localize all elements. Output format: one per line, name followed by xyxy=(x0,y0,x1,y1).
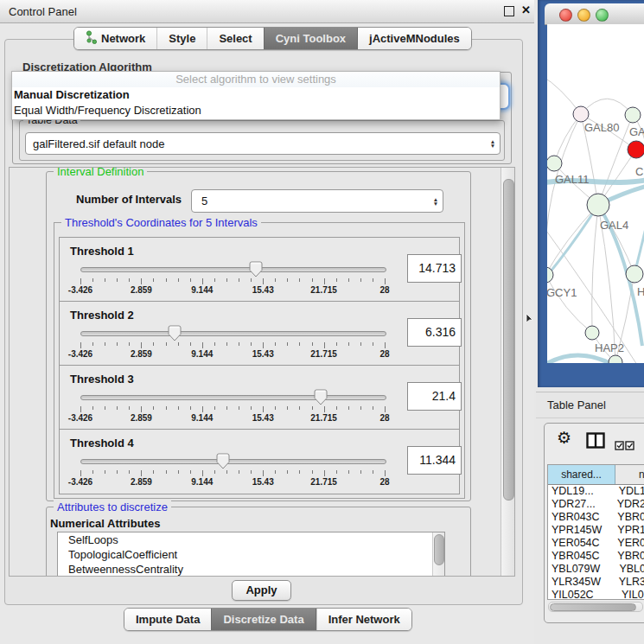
select-columns-icon[interactable] xyxy=(615,441,634,450)
gear-icon[interactable]: ⚙ xyxy=(557,430,571,446)
zoom-traffic-light-icon[interactable] xyxy=(596,9,609,22)
column-layout-icon[interactable] xyxy=(586,432,605,452)
algorithm-option[interactable]: Manual Discretization xyxy=(12,87,500,103)
threshold-row: Threshold 4-3.4262.8599.14415.4321.71528… xyxy=(59,429,460,494)
slider-tick xyxy=(141,470,142,476)
attribute-list-item[interactable]: SelfLoops xyxy=(58,532,444,547)
table-cell-name: YLR3 xyxy=(615,576,644,589)
numerical-attributes-list[interactable]: SelfLoopsTopologicalCoefficientBetweenne… xyxy=(57,532,445,577)
threshold-value-input[interactable]: 11.344 xyxy=(407,446,462,475)
threshold-value-input[interactable]: 6.316 xyxy=(407,318,462,347)
slider-tick xyxy=(385,470,386,476)
network-node[interactable] xyxy=(585,326,599,340)
tab-infer-network[interactable]: Infer Network xyxy=(316,609,411,630)
network-node[interactable] xyxy=(573,106,589,122)
table-row[interactable]: YIL052CYIL0 xyxy=(548,589,644,600)
settings-scrollbar[interactable] xyxy=(501,168,514,576)
network-node[interactable] xyxy=(625,107,641,123)
slider-tick xyxy=(287,406,288,410)
table-row[interactable]: YER054CYER0 xyxy=(548,537,644,550)
interval-definition-title: Interval Definition xyxy=(54,167,147,178)
tab-discretize-data[interactable]: Discretize Data xyxy=(211,609,316,630)
network-node[interactable] xyxy=(609,355,622,363)
table-row[interactable]: YDL19...YDL1 xyxy=(548,485,644,498)
algorithm-option[interactable]: Equal Width/Frequency Discretization xyxy=(12,103,500,118)
threshold-label: Threshold 3 xyxy=(70,373,134,386)
tab-select[interactable]: Select xyxy=(207,28,263,49)
attributes-group-title: Attributes to discretize xyxy=(54,501,171,513)
slider-tick xyxy=(153,342,154,346)
network-node[interactable] xyxy=(626,265,643,283)
table-row[interactable]: YBR045CYBR0 xyxy=(548,550,644,563)
table-row[interactable]: YPR145WYPR1 xyxy=(548,524,644,537)
table-panel-header: Table Panel xyxy=(536,392,644,418)
slider-thumb[interactable] xyxy=(314,389,328,405)
attributes-scrollbar-thumb[interactable] xyxy=(434,534,444,565)
apply-button[interactable]: Apply xyxy=(232,580,291,601)
slider-tick xyxy=(324,278,325,284)
slider-tick-label: 15.43 xyxy=(252,477,274,487)
attributes-group: Attributes to discretize Numerical Attri… xyxy=(46,507,471,577)
table-row[interactable]: YBL079WYBL0 xyxy=(548,563,644,576)
attributes-scrollbar[interactable] xyxy=(432,532,444,577)
float-window-icon[interactable] xyxy=(504,6,514,16)
slider-tick-label: 28 xyxy=(379,477,389,487)
slider-tick-label: 21.715 xyxy=(310,285,337,295)
slider-tick xyxy=(239,278,239,282)
table-row[interactable]: YLR345WYLR3 xyxy=(548,576,644,589)
column-header-shared-name[interactable]: shared... xyxy=(548,465,615,484)
tab-style[interactable]: Style xyxy=(156,28,207,49)
slider-tick-label: 15.43 xyxy=(252,413,274,423)
threshold-value-input[interactable]: 14.713 xyxy=(407,254,462,283)
slider-thumb[interactable] xyxy=(216,453,230,469)
slider-thumb[interactable] xyxy=(249,261,263,277)
slider-track[interactable] xyxy=(80,267,386,272)
slider-tick xyxy=(190,278,191,282)
slider-tick xyxy=(360,470,361,474)
number-of-intervals-combobox[interactable]: 5 ▲▼ xyxy=(191,189,443,213)
combobox-stepper-icon[interactable]: ▲▼ xyxy=(486,139,500,148)
table-cell-name: YDR2 xyxy=(614,498,644,511)
table-panel-title: Table Panel xyxy=(547,399,606,411)
tab-impute-data[interactable]: Impute Data xyxy=(124,609,211,630)
slider-track[interactable] xyxy=(80,459,386,464)
attribute-list-item[interactable]: BetweennessCentrality xyxy=(58,562,444,577)
table-hscrollbar-thumb[interactable] xyxy=(550,603,636,611)
network-node[interactable] xyxy=(547,156,562,171)
tab-label: jActiveMNodules xyxy=(369,32,460,45)
close-traffic-light-icon[interactable] xyxy=(559,9,572,22)
table-row[interactable]: YDR27...YDR2 xyxy=(548,498,644,511)
slider-tick xyxy=(80,470,81,476)
slider-tick xyxy=(239,406,239,410)
settings-scrollbar-thumb[interactable] xyxy=(503,179,514,501)
minimize-traffic-light-icon[interactable] xyxy=(577,9,590,22)
tab-jactivemnodules[interactable]: jActiveMNodules xyxy=(358,28,471,49)
column-header-name[interactable]: n xyxy=(615,465,644,484)
slider-tick xyxy=(360,406,361,410)
network-canvas[interactable]: GAL80GAGAL11CGAL4GCY1HHAP2 xyxy=(547,24,644,363)
slider-tick xyxy=(178,278,179,282)
table-data-group: Table Data galFiltered.sif default node … xyxy=(19,120,505,161)
combobox-stepper-icon[interactable]: ▲▼ xyxy=(429,197,443,206)
control-panel-titlebar[interactable]: Control Panel ✕ xyxy=(0,0,534,23)
slider-tick xyxy=(178,406,179,410)
network-node[interactable] xyxy=(628,141,644,158)
network-window-titlebar[interactable] xyxy=(545,3,644,25)
slider-thumb[interactable] xyxy=(168,325,182,341)
attribute-list-item[interactable]: TopologicalCoefficient xyxy=(58,547,444,562)
close-icon[interactable]: ✕ xyxy=(521,3,531,16)
slider-tick xyxy=(287,342,288,346)
slider-track[interactable] xyxy=(80,331,386,336)
table-horizontal-scrollbar[interactable] xyxy=(548,602,643,612)
slider-tick xyxy=(190,470,191,474)
table-data-combobox[interactable]: galFiltered.sif default node ▲▼ xyxy=(25,132,501,155)
slider-tick xyxy=(312,278,313,282)
slider-tick xyxy=(336,342,337,346)
tab-network[interactable]: Network xyxy=(74,28,156,49)
network-node[interactable] xyxy=(587,194,609,216)
slider-tick xyxy=(153,470,154,474)
table-row[interactable]: YBR043CYBR0 xyxy=(548,511,644,524)
slider-track[interactable] xyxy=(80,395,386,400)
tab-cyni-toolbox[interactable]: Cyni Toolbox xyxy=(264,28,358,49)
threshold-value-input[interactable]: 21.4 xyxy=(407,382,462,411)
